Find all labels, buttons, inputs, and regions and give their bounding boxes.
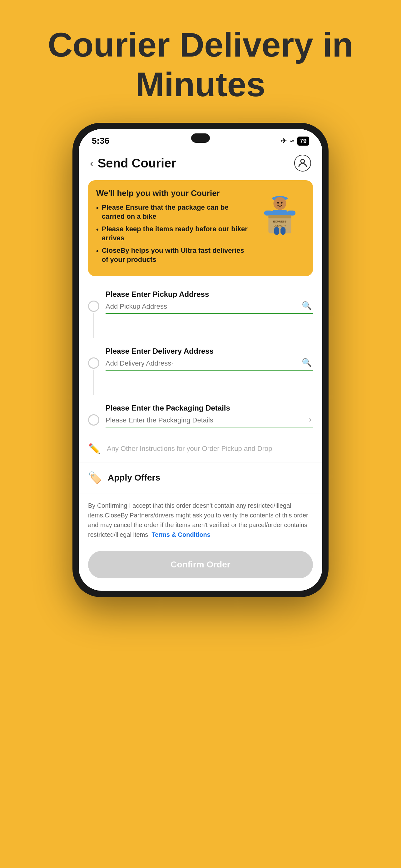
terms-section: By Confirming I accept that this order d… <box>79 493 322 546</box>
delivery-person-illustration: EXPRESS DELIVERY <box>255 188 305 239</box>
status-bar: 5:36 ✈ ≈ 79 <box>79 129 322 149</box>
pickup-address-row: Please Enter Pickup Address 🔍 <box>79 286 322 342</box>
delivery-address-row: Please Enter Delivery Address 🔍 <box>79 342 322 399</box>
confirm-order-button[interactable]: Confirm Order <box>88 551 313 578</box>
svg-text:DELIVERY: DELIVERY <box>274 224 286 227</box>
timeline-circle-pickup <box>88 301 99 312</box>
phone-device: 5:36 ✈ ≈ 79 ‹ Send Courier <box>72 123 329 597</box>
delivery-field-group: Please Enter Delivery Address 🔍 <box>106 347 313 371</box>
instructions-row[interactable]: ✏️ Any Other Instructions for your Order… <box>79 435 322 462</box>
delivery-input-wrapper[interactable]: 🔍 <box>106 359 313 371</box>
svg-rect-14 <box>280 227 286 235</box>
info-banner: We'll help you with your Courier • Pleas… <box>88 180 313 276</box>
packaging-input[interactable] <box>106 416 313 424</box>
svg-point-4 <box>277 202 279 204</box>
packaging-row: Please Enter the Packaging Details › <box>79 399 322 432</box>
offers-label: Apply Offers <box>108 473 160 483</box>
status-icons: ✈ ≈ 79 <box>281 136 309 146</box>
banner-point-2: • Please keep the items ready before our… <box>96 225 248 243</box>
banner-title: We'll help you with your Courier <box>96 188 248 198</box>
offers-tag-icon: 🏷️ <box>88 471 102 484</box>
banner-text: We'll help you with your Courier • Pleas… <box>96 188 248 268</box>
timeline-line-2 <box>93 370 94 395</box>
pickup-label: Please Enter Pickup Address <box>106 290 313 299</box>
search-icon-pickup: 🔍 <box>302 301 312 311</box>
chevron-right-icon: › <box>309 415 312 424</box>
pickup-field-group: Please Enter Pickup Address 🔍 <box>106 290 313 314</box>
hero-title: Courier Delivery in Minutes <box>0 0 401 123</box>
search-icon-delivery: 🔍 <box>302 358 312 367</box>
packaging-input-wrapper[interactable]: › <box>106 416 313 428</box>
banner-point-1: • Please Ensure that the package can be … <box>96 203 248 221</box>
bullet-3: • <box>96 247 99 256</box>
edit-icon: ✏️ <box>88 443 101 455</box>
form-section: Please Enter Pickup Address 🔍 Please Ent… <box>79 282 322 435</box>
pickup-input-wrapper[interactable]: 🔍 <box>106 303 313 314</box>
page-title: Send Courier <box>98 156 176 170</box>
airplane-icon: ✈ <box>281 136 287 145</box>
status-time: 5:36 <box>92 136 109 146</box>
header-left: ‹ Send Courier <box>90 156 176 170</box>
delivery-label: Please Enter Delivery Address <box>106 347 313 355</box>
delivery-input[interactable] <box>106 359 313 367</box>
timeline-pickup <box>88 290 99 338</box>
wifi-icon: ≈ <box>290 136 294 145</box>
timeline-packaging <box>88 404 99 426</box>
banner-point-3: • CloseBy helps you with Ultra fast deli… <box>96 246 248 264</box>
svg-rect-7 <box>264 211 273 216</box>
instructions-text: Any Other Instructions for your Order Pi… <box>107 445 272 453</box>
timeline-line-1 <box>93 313 94 338</box>
timeline-circle-packaging <box>88 414 99 426</box>
apply-offers-row[interactable]: 🏷️ Apply Offers <box>79 462 322 493</box>
phone-screen: 5:36 ✈ ≈ 79 ‹ Send Courier <box>79 129 322 591</box>
terms-link[interactable]: Terms & Conditions <box>152 531 210 538</box>
svg-point-0 <box>301 159 304 163</box>
svg-text:EXPRESS: EXPRESS <box>273 220 287 223</box>
bullet-2: • <box>96 225 99 234</box>
app-header: ‹ Send Courier <box>79 149 322 177</box>
svg-point-5 <box>281 202 282 204</box>
svg-rect-13 <box>274 227 279 235</box>
timeline-delivery <box>88 347 99 395</box>
svg-point-3 <box>273 197 286 210</box>
profile-avatar[interactable] <box>294 155 311 172</box>
back-button[interactable]: ‹ <box>90 157 93 169</box>
packaging-field-group: Please Enter the Packaging Details › <box>106 404 313 428</box>
bullet-1: • <box>96 204 99 213</box>
pickup-input[interactable] <box>106 303 313 311</box>
battery-indicator: 79 <box>297 136 309 146</box>
packaging-label: Please Enter the Packaging Details <box>106 404 313 412</box>
svg-rect-10 <box>268 215 291 218</box>
timeline-circle-delivery <box>88 358 99 369</box>
svg-rect-8 <box>287 211 295 216</box>
notch <box>191 133 210 143</box>
